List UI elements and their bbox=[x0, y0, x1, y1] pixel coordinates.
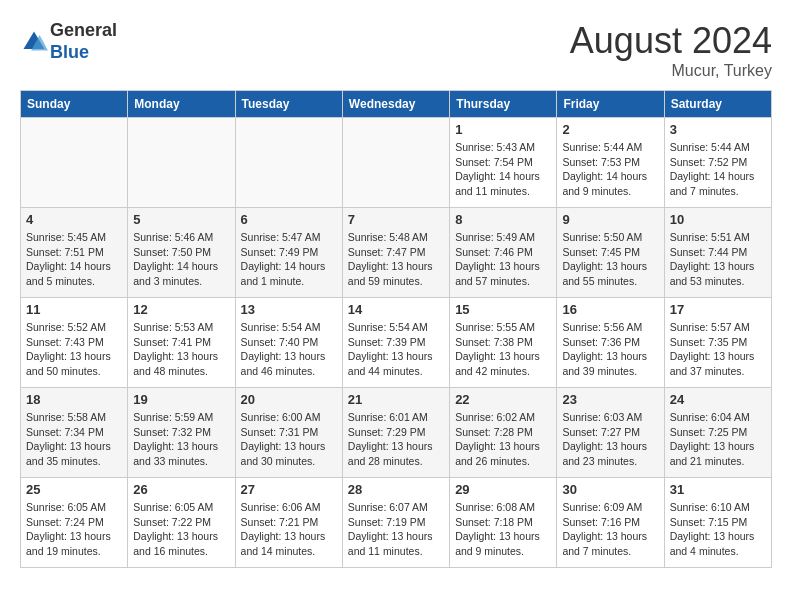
day-number: 5 bbox=[133, 212, 229, 227]
calendar-cell: 1Sunrise: 5:43 AMSunset: 7:54 PMDaylight… bbox=[450, 118, 557, 208]
day-header-friday: Friday bbox=[557, 91, 664, 118]
calendar-week-row: 4Sunrise: 5:45 AMSunset: 7:51 PMDaylight… bbox=[21, 208, 772, 298]
day-number: 29 bbox=[455, 482, 551, 497]
calendar-table: SundayMondayTuesdayWednesdayThursdayFrid… bbox=[20, 90, 772, 568]
day-info: Sunrise: 5:48 AMSunset: 7:47 PMDaylight:… bbox=[348, 230, 444, 289]
day-info: Sunrise: 6:03 AMSunset: 7:27 PMDaylight:… bbox=[562, 410, 658, 469]
day-info: Sunrise: 5:54 AMSunset: 7:40 PMDaylight:… bbox=[241, 320, 337, 379]
calendar-week-row: 1Sunrise: 5:43 AMSunset: 7:54 PMDaylight… bbox=[21, 118, 772, 208]
calendar-cell: 30Sunrise: 6:09 AMSunset: 7:16 PMDayligh… bbox=[557, 478, 664, 568]
day-number: 3 bbox=[670, 122, 766, 137]
day-info: Sunrise: 6:04 AMSunset: 7:25 PMDaylight:… bbox=[670, 410, 766, 469]
day-number: 11 bbox=[26, 302, 122, 317]
calendar-cell: 27Sunrise: 6:06 AMSunset: 7:21 PMDayligh… bbox=[235, 478, 342, 568]
day-info: Sunrise: 5:44 AMSunset: 7:53 PMDaylight:… bbox=[562, 140, 658, 199]
calendar-cell: 29Sunrise: 6:08 AMSunset: 7:18 PMDayligh… bbox=[450, 478, 557, 568]
calendar-cell: 6Sunrise: 5:47 AMSunset: 7:49 PMDaylight… bbox=[235, 208, 342, 298]
day-number: 9 bbox=[562, 212, 658, 227]
page-header: General Blue August 2024 Mucur, Turkey bbox=[20, 20, 772, 80]
day-header-saturday: Saturday bbox=[664, 91, 771, 118]
day-number: 26 bbox=[133, 482, 229, 497]
day-number: 17 bbox=[670, 302, 766, 317]
day-info: Sunrise: 6:06 AMSunset: 7:21 PMDaylight:… bbox=[241, 500, 337, 559]
day-number: 2 bbox=[562, 122, 658, 137]
day-info: Sunrise: 6:05 AMSunset: 7:24 PMDaylight:… bbox=[26, 500, 122, 559]
day-number: 14 bbox=[348, 302, 444, 317]
day-number: 15 bbox=[455, 302, 551, 317]
day-info: Sunrise: 5:45 AMSunset: 7:51 PMDaylight:… bbox=[26, 230, 122, 289]
calendar-cell: 3Sunrise: 5:44 AMSunset: 7:52 PMDaylight… bbox=[664, 118, 771, 208]
day-info: Sunrise: 5:57 AMSunset: 7:35 PMDaylight:… bbox=[670, 320, 766, 379]
day-number: 22 bbox=[455, 392, 551, 407]
day-number: 18 bbox=[26, 392, 122, 407]
day-info: Sunrise: 6:09 AMSunset: 7:16 PMDaylight:… bbox=[562, 500, 658, 559]
day-number: 31 bbox=[670, 482, 766, 497]
day-number: 16 bbox=[562, 302, 658, 317]
calendar-week-row: 18Sunrise: 5:58 AMSunset: 7:34 PMDayligh… bbox=[21, 388, 772, 478]
calendar-cell: 10Sunrise: 5:51 AMSunset: 7:44 PMDayligh… bbox=[664, 208, 771, 298]
day-info: Sunrise: 5:58 AMSunset: 7:34 PMDaylight:… bbox=[26, 410, 122, 469]
day-header-monday: Monday bbox=[128, 91, 235, 118]
logo-general-text: General bbox=[50, 20, 117, 40]
calendar-cell bbox=[21, 118, 128, 208]
calendar-cell: 21Sunrise: 6:01 AMSunset: 7:29 PMDayligh… bbox=[342, 388, 449, 478]
day-info: Sunrise: 6:07 AMSunset: 7:19 PMDaylight:… bbox=[348, 500, 444, 559]
calendar-cell: 16Sunrise: 5:56 AMSunset: 7:36 PMDayligh… bbox=[557, 298, 664, 388]
day-number: 28 bbox=[348, 482, 444, 497]
title-block: August 2024 Mucur, Turkey bbox=[570, 20, 772, 80]
calendar-cell: 11Sunrise: 5:52 AMSunset: 7:43 PMDayligh… bbox=[21, 298, 128, 388]
day-info: Sunrise: 6:05 AMSunset: 7:22 PMDaylight:… bbox=[133, 500, 229, 559]
logo: General Blue bbox=[20, 20, 117, 63]
calendar-cell: 22Sunrise: 6:02 AMSunset: 7:28 PMDayligh… bbox=[450, 388, 557, 478]
calendar-cell: 7Sunrise: 5:48 AMSunset: 7:47 PMDaylight… bbox=[342, 208, 449, 298]
day-info: Sunrise: 5:59 AMSunset: 7:32 PMDaylight:… bbox=[133, 410, 229, 469]
day-info: Sunrise: 5:43 AMSunset: 7:54 PMDaylight:… bbox=[455, 140, 551, 199]
day-info: Sunrise: 5:55 AMSunset: 7:38 PMDaylight:… bbox=[455, 320, 551, 379]
calendar-cell: 24Sunrise: 6:04 AMSunset: 7:25 PMDayligh… bbox=[664, 388, 771, 478]
day-number: 19 bbox=[133, 392, 229, 407]
day-info: Sunrise: 6:02 AMSunset: 7:28 PMDaylight:… bbox=[455, 410, 551, 469]
calendar-cell: 23Sunrise: 6:03 AMSunset: 7:27 PMDayligh… bbox=[557, 388, 664, 478]
day-number: 27 bbox=[241, 482, 337, 497]
calendar-cell: 31Sunrise: 6:10 AMSunset: 7:15 PMDayligh… bbox=[664, 478, 771, 568]
day-info: Sunrise: 6:08 AMSunset: 7:18 PMDaylight:… bbox=[455, 500, 551, 559]
day-info: Sunrise: 5:54 AMSunset: 7:39 PMDaylight:… bbox=[348, 320, 444, 379]
day-info: Sunrise: 6:01 AMSunset: 7:29 PMDaylight:… bbox=[348, 410, 444, 469]
day-number: 30 bbox=[562, 482, 658, 497]
calendar-cell: 28Sunrise: 6:07 AMSunset: 7:19 PMDayligh… bbox=[342, 478, 449, 568]
day-number: 24 bbox=[670, 392, 766, 407]
day-info: Sunrise: 5:46 AMSunset: 7:50 PMDaylight:… bbox=[133, 230, 229, 289]
calendar-cell: 15Sunrise: 5:55 AMSunset: 7:38 PMDayligh… bbox=[450, 298, 557, 388]
calendar-header-row: SundayMondayTuesdayWednesdayThursdayFrid… bbox=[21, 91, 772, 118]
day-info: Sunrise: 5:56 AMSunset: 7:36 PMDaylight:… bbox=[562, 320, 658, 379]
calendar-cell: 2Sunrise: 5:44 AMSunset: 7:53 PMDaylight… bbox=[557, 118, 664, 208]
calendar-cell: 8Sunrise: 5:49 AMSunset: 7:46 PMDaylight… bbox=[450, 208, 557, 298]
day-number: 12 bbox=[133, 302, 229, 317]
day-number: 1 bbox=[455, 122, 551, 137]
calendar-cell: 13Sunrise: 5:54 AMSunset: 7:40 PMDayligh… bbox=[235, 298, 342, 388]
day-info: Sunrise: 5:47 AMSunset: 7:49 PMDaylight:… bbox=[241, 230, 337, 289]
calendar-cell: 12Sunrise: 5:53 AMSunset: 7:41 PMDayligh… bbox=[128, 298, 235, 388]
day-number: 13 bbox=[241, 302, 337, 317]
calendar-cell: 9Sunrise: 5:50 AMSunset: 7:45 PMDaylight… bbox=[557, 208, 664, 298]
calendar-cell bbox=[235, 118, 342, 208]
month-year: August 2024 bbox=[570, 20, 772, 62]
calendar-cell: 17Sunrise: 5:57 AMSunset: 7:35 PMDayligh… bbox=[664, 298, 771, 388]
location: Mucur, Turkey bbox=[570, 62, 772, 80]
day-header-tuesday: Tuesday bbox=[235, 91, 342, 118]
calendar-week-row: 25Sunrise: 6:05 AMSunset: 7:24 PMDayligh… bbox=[21, 478, 772, 568]
day-info: Sunrise: 6:10 AMSunset: 7:15 PMDaylight:… bbox=[670, 500, 766, 559]
day-number: 25 bbox=[26, 482, 122, 497]
day-info: Sunrise: 5:50 AMSunset: 7:45 PMDaylight:… bbox=[562, 230, 658, 289]
calendar-cell: 5Sunrise: 5:46 AMSunset: 7:50 PMDaylight… bbox=[128, 208, 235, 298]
day-header-wednesday: Wednesday bbox=[342, 91, 449, 118]
calendar-week-row: 11Sunrise: 5:52 AMSunset: 7:43 PMDayligh… bbox=[21, 298, 772, 388]
day-number: 6 bbox=[241, 212, 337, 227]
calendar-cell: 19Sunrise: 5:59 AMSunset: 7:32 PMDayligh… bbox=[128, 388, 235, 478]
day-info: Sunrise: 5:53 AMSunset: 7:41 PMDaylight:… bbox=[133, 320, 229, 379]
day-number: 8 bbox=[455, 212, 551, 227]
calendar-cell: 20Sunrise: 6:00 AMSunset: 7:31 PMDayligh… bbox=[235, 388, 342, 478]
day-number: 7 bbox=[348, 212, 444, 227]
day-number: 20 bbox=[241, 392, 337, 407]
calendar-cell: 25Sunrise: 6:05 AMSunset: 7:24 PMDayligh… bbox=[21, 478, 128, 568]
